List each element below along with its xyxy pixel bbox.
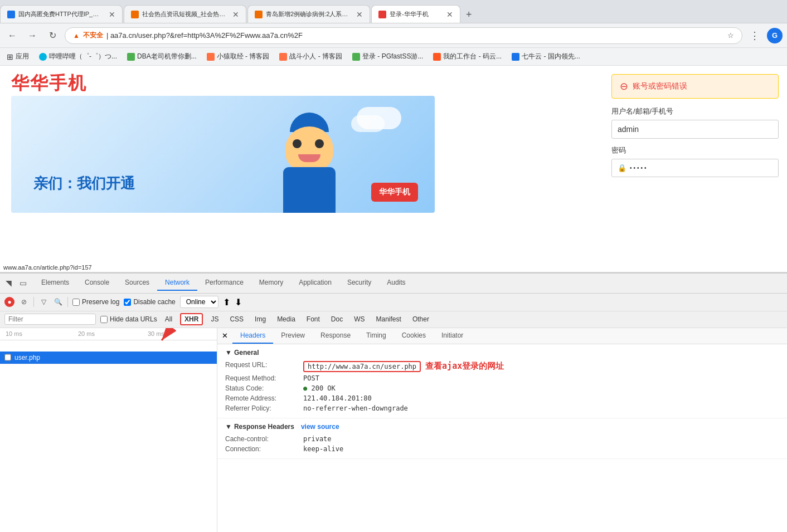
filter-other[interactable]: Other xyxy=(409,314,433,324)
response-headers-section: ▼ Response Headers view source Cache-con… xyxy=(217,418,787,459)
separator-2 xyxy=(67,297,68,307)
status-code-key: Status Code: xyxy=(225,384,303,392)
tab-sources[interactable]: Sources xyxy=(117,275,157,291)
tab-close-1[interactable]: ✕ xyxy=(109,11,115,18)
bookmark-1[interactable]: 哔哩哔哩（゜-゜）つ... xyxy=(37,51,119,62)
refresh-button[interactable]: ↻ xyxy=(45,28,60,43)
tab-close-2[interactable]: ✕ xyxy=(232,11,239,18)
tab-performance[interactable]: Performance xyxy=(197,275,251,291)
request-item-user-php[interactable]: user.php xyxy=(0,352,217,364)
filter-xhr[interactable]: XHR xyxy=(180,313,203,325)
cloud-2 xyxy=(351,115,385,132)
hide-data-urls-label[interactable]: Hide data URLs xyxy=(100,315,157,323)
clear-button[interactable]: ⊘ xyxy=(19,297,29,307)
tab-console[interactable]: Console xyxy=(77,275,117,291)
bookmark-7[interactable]: 七牛云 - 国内领先... xyxy=(509,51,582,62)
filter-img[interactable]: Img xyxy=(251,314,269,324)
filter-css[interactable]: CSS xyxy=(226,314,247,324)
bookmark-label-7: 七牛云 - 国内领先... xyxy=(522,52,580,61)
tab-2[interactable]: 社会热点资讯短视频_社会热点新... ✕ xyxy=(124,5,246,23)
filter-doc[interactable]: Doc xyxy=(328,314,346,324)
tab-application[interactable]: Application xyxy=(291,275,339,291)
inspect-icon[interactable]: ◥ xyxy=(2,277,14,289)
details-tab-headers[interactable]: Headers xyxy=(232,328,273,344)
tab-network[interactable]: Network xyxy=(157,275,197,291)
details-tab-timing[interactable]: Timing xyxy=(358,328,394,344)
connection-value: keep-alive xyxy=(303,445,343,453)
bookmark-6[interactable]: 我的工作台 - 码云... xyxy=(431,51,504,62)
disable-cache-label[interactable]: Disable cache xyxy=(124,298,175,306)
username-input[interactable] xyxy=(611,120,779,139)
bookmark-5[interactable]: 登录 - PGfastSS游... xyxy=(350,51,425,62)
bookmark-apps-label: 应用 xyxy=(16,52,29,61)
back-button[interactable]: ← xyxy=(4,28,20,43)
filter-ws[interactable]: WS xyxy=(351,314,368,324)
filter-media[interactable]: Media xyxy=(274,314,299,324)
details-tab-response[interactable]: Response xyxy=(313,328,358,344)
banner-text: 亲们：我们开通 xyxy=(33,174,135,193)
filter-manifest[interactable]: Manifest xyxy=(373,314,405,324)
device-icon[interactable]: ▭ xyxy=(17,277,29,289)
bookmark-star-icon[interactable]: ☆ xyxy=(727,31,734,40)
download-icon[interactable]: ⬇ xyxy=(235,297,242,308)
tab-memory[interactable]: Memory xyxy=(251,275,291,291)
request-url-key: Request URL: xyxy=(225,361,303,372)
devtools-panel: ◥ ▭ Elements Console Sources Network Per… xyxy=(0,272,787,532)
tab-1[interactable]: 国内高匿免费HTTP代理IP_第15... ✕ xyxy=(0,5,123,23)
filter-font[interactable]: Font xyxy=(303,314,323,324)
upload-icon[interactable]: ⬆ xyxy=(223,297,230,308)
filter-js[interactable]: JS xyxy=(207,314,222,324)
banner-character xyxy=(273,107,346,213)
tab-security[interactable]: Security xyxy=(339,275,379,291)
general-title-text: General xyxy=(234,349,259,357)
profile-avatar[interactable]: G xyxy=(767,28,783,43)
bookmark-apps[interactable]: ⊞ 应用 xyxy=(4,51,31,62)
filter-input[interactable] xyxy=(4,314,96,325)
tab-3[interactable]: 青岛新增2例确诊病例:2人系夫妻... ✕ xyxy=(247,5,370,23)
hide-data-urls-text: Hide data URLs xyxy=(110,315,157,323)
new-tab-button[interactable]: + xyxy=(461,7,477,23)
arrow-container xyxy=(0,340,217,352)
bookmark-3[interactable]: 小猿取经 - 博客园 xyxy=(205,51,272,62)
request-checkbox[interactable] xyxy=(4,354,11,361)
apps-icon: ⊞ xyxy=(7,52,13,61)
bookmark-2[interactable]: DBA老司机带你删... xyxy=(125,51,199,62)
response-headers-title[interactable]: ▼ Response Headers view source xyxy=(225,423,779,431)
bookmark-4[interactable]: 战斗小人 - 博客园 xyxy=(277,51,344,62)
preserve-log-label[interactable]: Preserve log xyxy=(72,298,119,306)
filter-all[interactable]: All xyxy=(162,314,176,324)
tab-4[interactable]: 登录-华华手机 ✕ xyxy=(371,5,460,23)
disable-cache-checkbox[interactable] xyxy=(124,299,131,306)
general-section-title[interactable]: ▼ General xyxy=(225,349,779,357)
details-tab-initiator[interactable]: Initiator xyxy=(434,328,471,344)
search-icon[interactable]: 🔍 xyxy=(53,297,63,307)
details-tab-cookies[interactable]: Cookies xyxy=(394,328,434,344)
tab-elements[interactable]: Elements xyxy=(33,275,77,291)
tab-audits[interactable]: Audits xyxy=(379,275,413,291)
svg-line-1 xyxy=(162,328,201,340)
tab-title-4: 登录-华华手机 xyxy=(390,10,442,18)
details-close-btn[interactable]: ✕ xyxy=(217,328,232,344)
username-label: 用户名/邮箱/手机号 xyxy=(611,106,779,116)
remote-address-key: Remote Address: xyxy=(225,394,303,402)
remote-address-value: 121.40.184.201:80 xyxy=(303,394,372,402)
hide-data-urls-checkbox[interactable] xyxy=(100,316,108,323)
tick-20ms: 20 ms xyxy=(78,330,95,337)
preserve-log-checkbox[interactable] xyxy=(72,299,80,306)
cache-control-key: Cache-control: xyxy=(225,435,303,443)
details-tab-preview[interactable]: Preview xyxy=(273,328,313,344)
bookmark-label-3: 小猿取经 - 博客园 xyxy=(217,52,270,61)
menu-button[interactable]: ⋮ xyxy=(747,28,762,43)
tab-close-4[interactable]: ✕ xyxy=(446,11,453,18)
login-form: ⊖ 账号或密码错误 用户名/邮箱/手机号 密码 🔒 ••••• xyxy=(603,66,787,272)
record-button[interactable]: ● xyxy=(4,297,14,307)
forward-button[interactable]: → xyxy=(25,28,40,43)
filter-icon[interactable]: ▽ xyxy=(38,297,48,307)
lock-icon: 🔒 xyxy=(618,164,626,172)
preserve-log-text: Preserve log xyxy=(82,298,119,306)
address-input-field[interactable]: ▲ 不安全 | aa7a.cn/user.php?&ref=http%3A%2F… xyxy=(65,27,742,44)
view-source-link[interactable]: view source xyxy=(301,423,339,431)
disable-cache-text: Disable cache xyxy=(133,298,175,306)
throttle-select[interactable]: Online xyxy=(180,296,218,308)
tab-close-3[interactable]: ✕ xyxy=(356,11,363,18)
